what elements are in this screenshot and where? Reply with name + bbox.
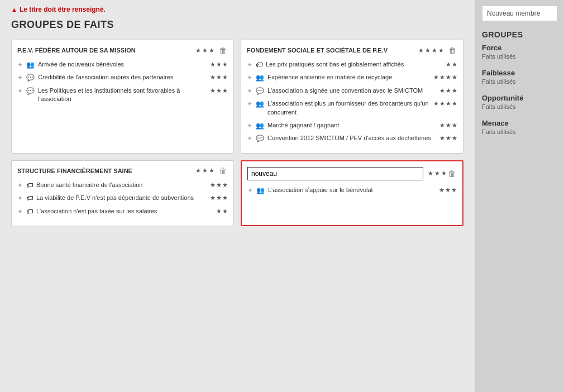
drag-handle-icon[interactable]: ✦ <box>17 181 23 189</box>
sidebar-group-faiblesse: Faiblesse Faits utilisés <box>482 69 557 89</box>
fact-stars: ★ ★ <box>216 208 228 215</box>
group-card-title-2: FONDEMENT SOCIALE ET SOCIÉTALE DE P.E.V <box>247 47 415 54</box>
sidebar-group-sub: Faits utilisés <box>482 53 557 64</box>
fact-item: ✦ 👥 Marché gagnant / gagnant ★ ★ ★ <box>247 121 457 130</box>
drag-handle-icon[interactable]: ✦ <box>17 74 23 82</box>
fact-item: ✦ 🏷 Bonne santé financière de l'associat… <box>17 181 228 189</box>
fact-icon: 🏷 <box>26 194 33 202</box>
page-title: GROUPES DE FAITS <box>11 19 463 31</box>
fact-stars: ★ ★ ★ <box>439 135 457 142</box>
sidebar: Nouveau membre GROUPES Force Faits utili… <box>475 0 564 392</box>
drag-handle-icon[interactable]: ✦ <box>17 61 23 69</box>
fact-icon: 🏷 <box>26 208 33 216</box>
drag-handle-icon[interactable]: ✦ <box>247 122 252 130</box>
fact-item: ✦ 👥 L'association est plus un fournisseu… <box>247 99 457 117</box>
star: ★ <box>418 47 424 54</box>
sidebar-groups-title: GROUPES <box>482 30 557 39</box>
fact-stars: ★ ★ ★ <box>210 87 228 94</box>
sidebar-group-name: Force <box>482 44 557 52</box>
sidebar-group-name: Faiblesse <box>482 69 557 77</box>
delete-card-2-button[interactable]: 🗑 <box>447 46 457 55</box>
group-card-title-3: STRUCTURE FINANCIÈREMENT SAINE <box>17 168 192 174</box>
sidebar-group-force: Force Faits utilisés <box>482 44 557 64</box>
star: ★ <box>428 170 433 177</box>
sidebar-group-sub: Faits utilisés <box>482 103 557 114</box>
fact-stars: ★ ★ ★ <box>210 61 228 68</box>
fact-text: Les Politiques et les institutionnels so… <box>38 87 207 104</box>
fact-stars: ★ ★ ★ <box>439 122 457 129</box>
star: ★ <box>441 170 447 177</box>
fact-item: ✦ 🏷 L'association n'est pas taxée sur le… <box>17 207 228 216</box>
delete-card-1-button[interactable]: 🗑 <box>218 46 228 55</box>
drag-handle-icon[interactable]: ✦ <box>247 87 252 95</box>
drag-handle-icon[interactable]: ✦ <box>17 194 23 202</box>
fact-icon: 👥 <box>256 74 264 82</box>
drag-handle-icon[interactable]: ✦ <box>17 87 23 95</box>
sidebar-group-name: Menace <box>482 119 557 127</box>
delete-card-3-button[interactable]: 🗑 <box>218 166 228 175</box>
fact-icon: 🏷 <box>26 181 33 189</box>
star: ★ <box>438 47 444 54</box>
drag-handle-icon[interactable]: ✦ <box>247 100 252 108</box>
star: ★ <box>195 47 201 54</box>
fact-text: L'association est plus un fournisseur de… <box>267 99 430 117</box>
fact-stars: ★ ★ ★ <box>439 187 457 194</box>
group-card-1: P.E.V. FÉDÈRE AUTOUR DE SA MISSION ★ ★ ★… <box>11 40 234 154</box>
fact-icon: 💬 <box>26 87 35 95</box>
drag-handle-icon[interactable]: ✦ <box>247 135 252 142</box>
fact-icon: 👥 <box>256 187 265 194</box>
fact-item: ✦ 👥 Expérience ancienne en matière de re… <box>247 73 457 82</box>
drag-handle-icon[interactable]: ✦ <box>17 208 23 216</box>
group-card-4-new: ★ ★ ★ 🗑 ✦ 👥 L'association s'appuie sur l… <box>241 160 463 226</box>
sidebar-group-opportunite: Opportunité Faits utilisés <box>482 94 557 114</box>
drag-handle-icon[interactable]: ✦ <box>247 61 252 69</box>
fact-text: Arrivée de nouveaux bénévoles <box>38 60 207 69</box>
fact-stars: ★ ★ ★ ★ <box>433 74 457 81</box>
fact-item: ✦ 👥 Arrivée de nouveaux bénévoles ★ ★ ★ <box>17 60 228 69</box>
sidebar-group-name: Opportunité <box>482 94 557 102</box>
group-card-2: FONDEMENT SOCIALE ET SOCIÉTALE DE P.E.V … <box>241 40 463 154</box>
sidebar-group-menace: Menace Faits utilisés <box>482 119 557 140</box>
fact-text: Crédibilité de l'association auprès des … <box>38 73 207 82</box>
sidebar-group-sub: Faits utilisés <box>482 78 557 89</box>
new-group-header: ★ ★ ★ 🗑 <box>247 167 457 180</box>
star: ★ <box>202 167 208 174</box>
fact-item: ✦ 🏷 Les prix pratiqués sont bas et globa… <box>247 60 457 69</box>
fact-text: Convention 2012 SMICTOM / PEV d'accès au… <box>267 134 436 142</box>
fact-text: L'association n'est pas taxée sur les sa… <box>36 207 213 216</box>
fact-item: ✦ 🏷 La viabilité de P.E.V n'est pas dépe… <box>17 194 228 202</box>
delete-card-4-button[interactable]: 🗑 <box>447 169 457 178</box>
fact-item: ✦ 👥 L'association s'appuie sur le bénévo… <box>247 186 457 194</box>
fact-text: Marché gagnant / gagnant <box>267 121 436 130</box>
star: ★ <box>425 47 431 54</box>
group-card-title-1: P.E.V. FÉDÈRE AUTOUR DE SA MISSION <box>17 47 192 54</box>
fact-text: Les prix pratiqués sont bas et globaleme… <box>266 60 442 69</box>
fact-icon: 👥 <box>256 122 264 130</box>
fact-icon: 👥 <box>256 100 264 108</box>
stars-4: ★ ★ ★ <box>428 170 447 177</box>
group-card-header-2: FONDEMENT SOCIALE ET SOCIÉTALE DE P.E.V … <box>247 46 457 55</box>
star: ★ <box>434 170 440 177</box>
fact-item: ✦ 💬 L'association a signée une conventio… <box>247 87 457 95</box>
sidebar-group-sub: Faits utilisés <box>482 128 557 140</box>
groups-grid: P.E.V. FÉDÈRE AUTOUR DE SA MISSION ★ ★ ★… <box>11 40 463 226</box>
drag-handle-icon[interactable]: ✦ <box>247 187 253 194</box>
star: ★ <box>202 47 208 54</box>
fact-stars: ★ ★ ★ <box>439 87 457 94</box>
fact-icon: 🏷 <box>256 61 262 69</box>
nouveau-membre-button[interactable]: Nouveau membre <box>482 6 557 21</box>
fact-icon: 💬 <box>256 135 264 142</box>
stars-3: ★ ★ ★ <box>195 167 214 174</box>
main-content: Le titre doit être renseigné. GROUPES DE… <box>0 0 475 392</box>
group-card-header-1: P.E.V. FÉDÈRE AUTOUR DE SA MISSION ★ ★ ★… <box>17 46 228 55</box>
fact-stars: ★ ★ ★ <box>210 74 228 81</box>
fact-text: La viabilité de P.E.V n'est pas dépendan… <box>36 194 207 202</box>
drag-handle-icon[interactable]: ✦ <box>247 74 252 82</box>
fact-stars: ★ ★ <box>446 61 457 68</box>
fact-text: Expérience ancienne en matière de recycl… <box>267 73 430 82</box>
fact-icon: 💬 <box>256 87 264 95</box>
fact-text: Bonne santé financière de l'association <box>36 181 207 189</box>
new-group-title-input[interactable] <box>247 167 423 180</box>
star: ★ <box>209 167 214 174</box>
group-card-header-3: STRUCTURE FINANCIÈREMENT SAINE ★ ★ ★ 🗑 <box>17 166 228 175</box>
